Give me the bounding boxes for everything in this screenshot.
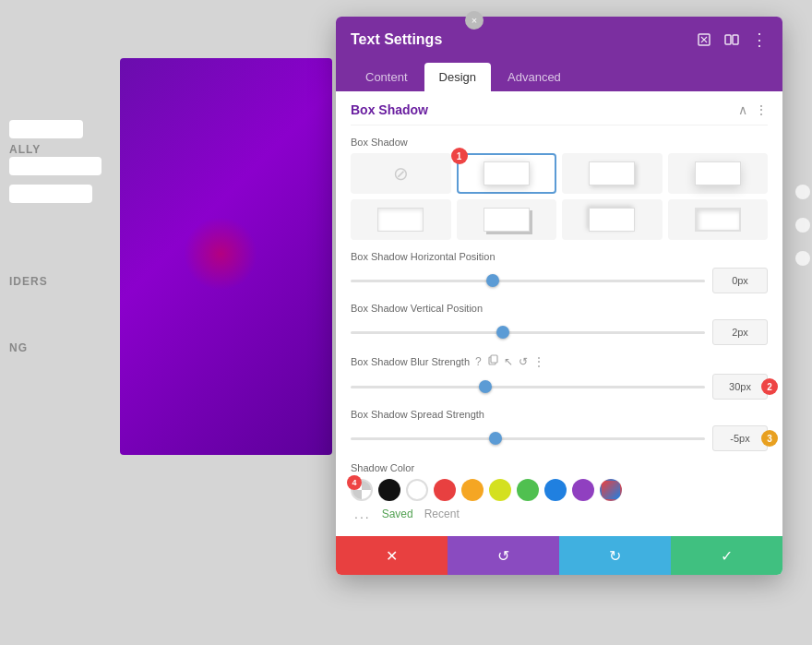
tab-content[interactable]: Content [351,63,423,91]
saved-label[interactable]: Saved [382,508,413,520]
more-blur-icon[interactable]: ⋮ [533,355,544,368]
modal-footer: ✕ ↺ ↻ ✓ [336,536,782,575]
svg-rect-2 [733,35,738,44]
shadow-preview-1 [484,161,530,185]
badge-1: 1 [451,148,468,164]
section-header: Box Shadow ∧ ⋮ [351,91,768,125]
color-saved-row: ... Saved Recent [351,507,768,521]
text-settings-modal: Text Settings ⋮ Content Design Advance [336,17,782,575]
svg-rect-1 [725,35,731,44]
horizontal-slider[interactable] [351,271,705,290]
swatch-transparent[interactable]: 4 [351,479,373,501]
blur-track [351,386,705,388]
vertical-slider-row: 2px [351,319,768,345]
horizontal-thumb[interactable] [486,274,499,287]
box-shadow-label: Box Shadow [351,137,768,148]
right-edge-controls [795,185,810,266]
shadow-option-5[interactable] [351,199,451,240]
color-label: Shadow Color [351,462,768,473]
shadow-option-none[interactable]: ⊘ [351,153,451,194]
swatch-white[interactable] [406,479,428,501]
tab-design[interactable]: Design [424,63,491,91]
modal-header: Text Settings ⋮ [336,17,782,63]
spread-track [351,437,705,440]
sidebar-label-iders: IDERS [9,275,48,288]
shadow-option-6[interactable] [457,199,557,240]
section-controls: ∧ ⋮ [738,102,768,117]
section-more-icon[interactable]: ⋮ [755,102,768,117]
tab-advanced[interactable]: Advanced [493,63,576,91]
blur-slider-row: 30px 2 [351,374,768,400]
sidebar-label-ng: NG [9,341,28,354]
sidebar-bar-2 [9,157,102,175]
swatch-blue[interactable] [544,479,567,501]
confirm-button[interactable]: ✓ [671,536,782,575]
shadow-preview-7 [589,208,635,232]
spread-label: Box Shadow Spread Strength [351,409,768,420]
horizontal-label: Box Shadow Horizontal Position [351,251,768,262]
shadow-option-2[interactable] [562,153,663,194]
vertical-thumb[interactable] [496,326,509,339]
edge-dot-3[interactable] [795,251,810,266]
spread-value[interactable]: -5px 3 [712,425,768,451]
swatch-orange[interactable] [461,479,484,501]
more-icon[interactable]: ⋮ [751,31,768,48]
swatch-gradient[interactable] [600,479,622,501]
swatch-black[interactable] [378,479,400,501]
horizontal-track [351,280,705,282]
color-swatches: 4 [351,479,768,501]
redo-button[interactable]: ↻ [559,536,671,575]
recent-label[interactable]: Recent [424,508,460,520]
edge-dot-2[interactable] [795,218,810,233]
shadow-option-1[interactable]: 1 [457,153,557,194]
copy-icon[interactable] [487,354,498,368]
vertical-slider[interactable] [351,323,705,341]
swatch-yellow[interactable] [489,479,511,501]
header-icons: ⋮ [696,31,768,48]
collapse-icon[interactable]: ∧ [738,102,747,117]
badge-4: 4 [347,475,362,490]
shadow-option-8[interactable] [668,199,769,240]
spread-thumb[interactable] [489,432,502,445]
shadow-option-3[interactable] [668,153,769,194]
sidebar-label-ally: ALLY [9,143,41,156]
sidebar-bar-1 [9,120,83,138]
horizontal-slider-row: 0px [351,268,768,293]
blur-label: Box Shadow Blur Strength [351,356,470,367]
cursor-icon[interactable]: ↖ [504,355,513,368]
expand-icon[interactable] [696,31,712,48]
modal-title: Text Settings [351,31,442,48]
badge-2: 2 [761,378,778,395]
edge-dot-1[interactable] [795,185,810,199]
shadow-preview-2 [589,161,635,185]
swatch-green[interactable] [517,479,539,501]
horizontal-value[interactable]: 0px [712,268,768,293]
more-colors-button[interactable]: ... [354,507,371,521]
split-icon[interactable] [723,31,740,48]
spread-slider-row: -5px 3 [351,425,768,451]
blur-value[interactable]: 30px 2 [712,374,768,400]
shadow-preview-6 [484,208,530,232]
blur-slider[interactable] [351,377,705,396]
shadow-preview-3 [695,161,741,185]
modal-close-button[interactable]: × [465,11,484,30]
vertical-label: Box Shadow Vertical Position [351,303,768,314]
shadow-style-grid: ⊘ 1 [351,153,768,240]
section-title: Box Shadow [351,102,428,117]
sidebar-bar-3 [9,185,92,203]
cancel-button[interactable]: ✕ [336,536,448,575]
swatch-red[interactable] [434,479,456,501]
blur-thumb[interactable] [479,380,492,393]
spread-slider[interactable] [351,429,705,448]
modal-body: Box Shadow ∧ ⋮ Box Shadow ⊘ 1 [336,91,782,536]
swatch-purple[interactable] [572,479,594,501]
shadow-option-7[interactable] [562,199,663,240]
shadow-preview-8 [695,208,741,232]
reset-icon[interactable]: ↺ [519,355,528,368]
undo-button[interactable]: ↺ [448,536,559,575]
help-icon[interactable]: ? [475,355,482,368]
modal-tabs: Content Design Advanced [336,63,782,91]
badge-3: 3 [761,430,778,447]
vertical-value[interactable]: 2px [712,319,768,345]
blur-label-row: Box Shadow Blur Strength ? ↖ ↺ ⋮ [351,354,768,368]
